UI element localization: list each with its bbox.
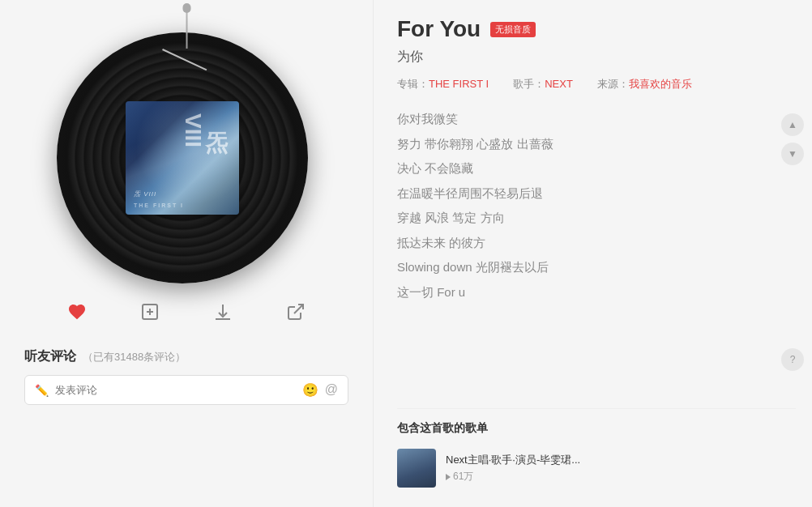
play-icon (446, 474, 451, 480)
action-buttons (61, 296, 312, 328)
playlist-item[interactable]: Next主唱·歌手·演员-毕雯珺... 61万 (397, 445, 796, 491)
playlist-items: Next主唱·歌手·演员-毕雯珺... 61万 (397, 445, 796, 491)
album-link[interactable]: THE FIRST I (429, 78, 489, 90)
quality-badge: 无损音质 (490, 22, 536, 37)
like-button[interactable] (61, 296, 93, 328)
artist-link[interactable]: NEXT (545, 78, 573, 90)
comment-actions: 🙂 @ (302, 382, 338, 398)
lyric-line: 抵达未来 的彼方 (397, 232, 796, 255)
playlist-plays: 61万 (446, 470, 796, 484)
album-meta: 专辑：THE FIRST I (397, 77, 489, 92)
cable-line-vertical (186, 8, 187, 49)
lyrics-container: 你对我微笑努力 带你翱翔 心盛放 出蔷薇决心 不会隐藏在温暖半径周围不轻易后退穿… (397, 108, 796, 400)
cable-plug (182, 3, 190, 13)
emoji-icon[interactable]: 🙂 (302, 382, 318, 398)
comment-input-wrap[interactable]: ✏️ 🙂 @ (24, 375, 348, 405)
song-meta: 专辑：THE FIRST I 歌手：NEXT 来源：我喜欢的音乐 (397, 77, 796, 92)
playlist-name: Next主唱·歌手·演员-毕雯珺... (446, 453, 632, 467)
source-link[interactable]: 我喜欢的音乐 (629, 78, 692, 90)
album-text: 炁 VIII (134, 190, 156, 198)
song-title: For You (397, 16, 481, 42)
vinyl-container: 炁VIII 炁 VIII THE FIRST I (57, 16, 316, 275)
playlist-thumbnail (397, 449, 436, 488)
comments-section: 听友评论 （已有31488条评论） ✏️ 🙂 @ (0, 348, 373, 405)
add-button[interactable] (134, 296, 166, 328)
song-header: For You 无损音质 (397, 16, 796, 42)
lyric-line: 决心 不会隐藏 (397, 157, 796, 181)
lyric-line: 努力 带你翱翔 心盛放 出蔷薇 (397, 133, 796, 156)
lyric-line: 这一切 For u (397, 281, 796, 305)
album-chars: 炁VIII (182, 113, 227, 147)
comment-input[interactable] (55, 384, 296, 396)
song-subtitle: 为你 (397, 49, 796, 66)
comments-header: 听友评论 （已有31488条评论） (24, 348, 348, 365)
svg-line-4 (294, 305, 303, 313)
playlist-section: 包含这首歌的歌单 Next主唱·歌手·演员-毕雯珺... 61万 (397, 408, 796, 491)
download-button[interactable] (207, 296, 239, 328)
right-panel: For You 无损音质 为你 专辑：THE FIRST I 歌手：NEXT 来… (373, 0, 812, 507)
lyric-line: 穿越 风浪 笃定 方向 (397, 207, 796, 230)
comments-count: （已有31488条评论） (83, 350, 186, 364)
scroll-down-icon[interactable]: ▼ (781, 143, 804, 165)
playlist-section-title: 包含这首歌的歌单 (397, 421, 796, 436)
share-button[interactable] (280, 296, 312, 328)
comments-title: 听友评论 (24, 348, 76, 365)
lyric-line: 在温暖半径周围不轻易后退 (397, 182, 796, 206)
main-container: 炁VIII 炁 VIII THE FIRST I (0, 0, 812, 507)
playlist-info: Next主唱·歌手·演员-毕雯珺... 61万 (446, 453, 796, 484)
scroll-up-icon[interactable]: ▲ (781, 113, 804, 136)
source-meta: 来源：我喜欢的音乐 (597, 77, 692, 92)
lyric-line: 你对我微笑 (397, 108, 796, 131)
album-cover: 炁VIII 炁 VIII THE FIRST I (126, 101, 239, 215)
left-panel: 炁VIII 炁 VIII THE FIRST I (0, 0, 373, 507)
vinyl-record: 炁VIII 炁 VIII THE FIRST I (57, 32, 308, 283)
side-icons: ▲ ▼ (781, 113, 804, 165)
edit-icon: ✏️ (35, 384, 49, 397)
lyric-line: Slowing down 光阴褪去以后 (397, 256, 796, 279)
at-icon[interactable]: @ (325, 382, 338, 398)
info-icon[interactable]: ? (781, 348, 804, 371)
cable-wrapper (162, 8, 212, 50)
artist-meta: 歌手：NEXT (513, 77, 573, 92)
album-logo: THE FIRST I (134, 202, 184, 208)
